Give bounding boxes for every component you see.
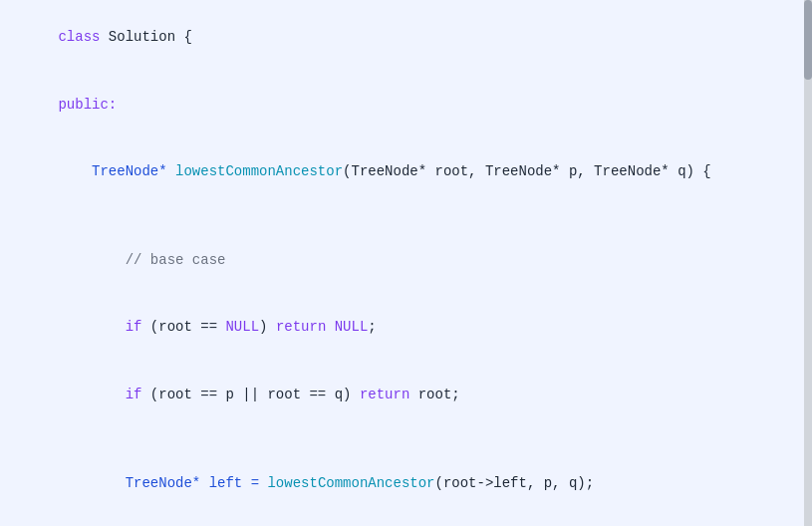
code-line-2: public: <box>0 71 812 137</box>
code-line-7: if (root == p || root == q) return root; <box>0 361 812 427</box>
code-line-1: class Solution { <box>0 4 812 71</box>
keyword-public: public: <box>58 97 117 113</box>
scrollbar[interactable] <box>804 0 812 526</box>
code-line-8 <box>0 427 812 449</box>
scrollbar-thumb[interactable] <box>804 0 812 80</box>
code-line-4 <box>0 205 812 227</box>
code-line-5: // base case <box>0 227 812 294</box>
comment-base-case: // base case <box>58 252 225 268</box>
code-line-6: if (root == NULL) return NULL; <box>0 294 812 361</box>
keyword-class: class <box>58 29 108 45</box>
code-line-9: TreeNode* left = lowestCommonAncestor(ro… <box>0 450 812 517</box>
code-editor: class Solution { public: TreeNode* lowes… <box>0 0 812 526</box>
code-line-10: TreeNode* right = lowestCommonAncestor(r… <box>0 517 812 526</box>
code-line-3: TreeNode* lowestCommonAncestor(TreeNode*… <box>0 137 812 204</box>
